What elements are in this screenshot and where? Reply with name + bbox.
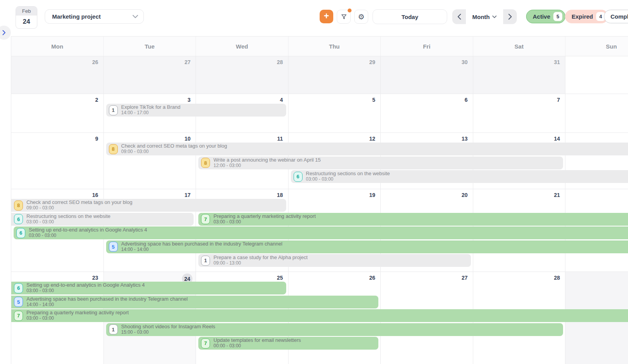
event-title: Preparing a quarterly marketing activity…	[213, 214, 316, 219]
event-bar[interactable]: 7Update templates for email newsletters0…	[198, 337, 378, 350]
filter-active-dot	[348, 9, 352, 12]
event-bar[interactable]: 6Setting up end-to-end analytics in Goog…	[11, 282, 286, 294]
day-cell[interactable]: 5	[289, 94, 381, 132]
event-time: 09:00 - 03:00	[26, 206, 132, 211]
filter-pill-active[interactable]: Active 5	[526, 10, 565, 23]
date-number: 30	[462, 59, 468, 65]
event-title: Explore TikTok for a Brand	[121, 104, 180, 110]
day-cell[interactable]: 29	[289, 56, 381, 94]
date-number: 11	[277, 136, 283, 142]
day-cell[interactable]: 28	[196, 56, 289, 94]
event-title: Restructuring sections on the website	[306, 171, 390, 177]
date-number: 17	[184, 192, 191, 198]
event-text: Preparing a quarterly marketing activity…	[213, 214, 316, 225]
event-bar[interactable]: 8Check and correct SEO meta tags on your…	[106, 143, 628, 155]
filter-pill-completed[interactable]: Completed	[604, 10, 628, 23]
date-number: 29	[369, 59, 375, 65]
prev-period-button[interactable]	[452, 9, 466, 24]
day-cell[interactable]: 6	[381, 94, 473, 132]
filter-pill-expired[interactable]: Expired 4	[565, 10, 608, 23]
day-header: Wed	[196, 37, 289, 56]
event-bar[interactable]: 7Preparing a quarterly marketing activit…	[11, 309, 628, 322]
event-count-badge: 6	[16, 228, 25, 238]
event-time: 14:00 - 14:00	[121, 247, 283, 253]
event-text: Restructuring sections on the website03:…	[26, 214, 110, 225]
event-time: 15:00 - 03:00	[121, 330, 215, 335]
sidebar-expand-button[interactable]	[0, 26, 11, 40]
event-bar[interactable]: 5Advertising space has been purchased in…	[11, 296, 378, 308]
date-number: 6	[465, 97, 468, 103]
project-selector[interactable]: Marketing project	[45, 9, 144, 24]
event-time: 03:00 - 03:00	[213, 219, 316, 225]
today-button[interactable]: Today	[373, 9, 447, 24]
event-bar[interactable]: 6Restructuring sections on the website03…	[291, 170, 628, 183]
date-number: 16	[92, 192, 98, 198]
event-bar[interactable]: 8Write a post announcing the webinar on …	[198, 157, 563, 169]
event-bar[interactable]: 1Prepare a case study for the Alpha proj…	[198, 254, 471, 267]
week-row: 2324252627286Setting up end-to-end analy…	[11, 272, 628, 364]
filter-button[interactable]	[337, 10, 351, 24]
settings-button[interactable]: ⚙	[354, 10, 368, 24]
gear-icon: ⚙	[358, 12, 364, 21]
day-of-week-header: Mon Tue Wed Thu Fri Sat Sun	[11, 36, 628, 56]
day-cell[interactable]	[565, 56, 628, 94]
date-number: 12	[369, 136, 375, 142]
day-cell[interactable]: 10	[104, 133, 196, 189]
date-number: 31	[554, 59, 560, 65]
chevron-down-icon	[492, 16, 497, 18]
event-bar[interactable]: 1Shooting short videos for Instagram Ree…	[106, 323, 563, 336]
event-count-badge: 7	[201, 338, 210, 348]
date-number: 26	[92, 59, 98, 65]
event-count-badge: 8	[14, 200, 23, 211]
event-text: Write a post announcing the webinar on A…	[213, 157, 321, 169]
day-cell[interactable]: 26	[11, 56, 104, 94]
day-header: Thu	[289, 37, 381, 56]
event-time: 09:00 - 13:00	[213, 261, 308, 266]
month-calendar: Mon Tue Wed Thu Fri Sat Sun 262728293031…	[11, 36, 628, 364]
calendar-app: Feb 24 Marketing project + ⚙ Today Month…	[0, 0, 628, 364]
day-header: Fri	[381, 37, 473, 56]
week-row: 910111213148Check and correct SEO meta t…	[11, 133, 628, 189]
day-cell[interactable]: 30	[381, 56, 473, 94]
date-number: 5	[372, 97, 375, 103]
event-text: Check and correct SEO meta tags on your …	[121, 143, 227, 155]
date-number: 28	[554, 275, 560, 281]
day-cell[interactable]	[565, 94, 628, 132]
event-bar[interactable]: 7Preparing a quarterly marketing activit…	[198, 213, 628, 226]
date-number: 25	[277, 275, 283, 281]
event-title: Setting up end-to-end analytics in Googl…	[26, 282, 145, 288]
next-period-button[interactable]	[503, 9, 517, 24]
view-selector[interactable]: Month	[466, 9, 503, 24]
event-bar[interactable]: 8Check and correct SEO meta tags on your…	[11, 199, 286, 212]
event-time: 03:00 - 03:00	[26, 288, 145, 294]
event-bar[interactable]: 6Setting up end-to-end analytics in Goog…	[14, 226, 628, 239]
event-time: 03:00 - 03:00	[306, 177, 390, 182]
day-header: Tue	[104, 37, 196, 56]
event-count-badge: 6	[294, 172, 303, 182]
event-bar[interactable]: 6Restructuring sections on the website03…	[11, 213, 194, 226]
day-cell[interactable]: 31	[473, 56, 566, 94]
event-time: 14:00 - 17:00	[121, 110, 180, 116]
day-cell[interactable]: 2	[11, 94, 104, 132]
event-title: Advertising space has been purchased in …	[121, 241, 283, 247]
add-task-button[interactable]: +	[320, 10, 333, 23]
date-number: 28	[277, 59, 283, 65]
event-bar[interactable]: 5Advertising space has been purchased in…	[106, 240, 628, 253]
date-number: 9	[95, 136, 98, 142]
date-number: 13	[462, 136, 468, 142]
date-number: 27	[462, 275, 468, 281]
filter-pill-label: Active	[533, 13, 550, 20]
day-header: Sun	[565, 37, 628, 56]
event-bar[interactable]: 1Explore TikTok for a Brand14:00 - 17:00	[106, 104, 286, 117]
day-cell[interactable]: 27	[104, 56, 196, 94]
chevron-right-icon	[2, 30, 6, 35]
event-count-badge: 1	[201, 256, 210, 266]
day-cell[interactable]: 9	[11, 133, 104, 189]
event-text: Setting up end-to-end analytics in Googl…	[26, 282, 145, 294]
day-cell[interactable]: 7	[473, 94, 566, 132]
week-row: 262728293031	[11, 56, 628, 94]
event-time: 03:00 - 03:00	[26, 316, 129, 321]
date-number: 23	[92, 275, 98, 281]
event-count-badge: 8	[201, 158, 210, 168]
event-count-badge: 5	[109, 242, 118, 252]
